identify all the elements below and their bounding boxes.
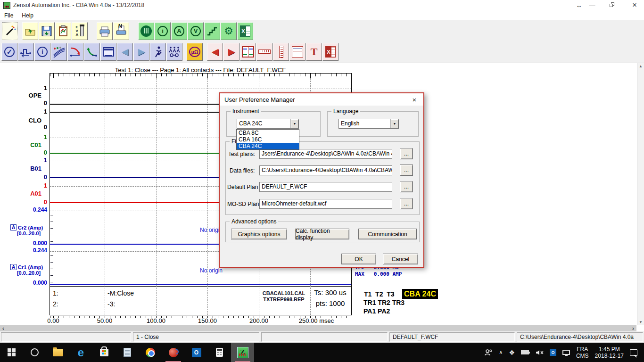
gridline-50ms — [105, 74, 105, 315]
communication-button[interactable]: Communication — [358, 229, 417, 239]
vertical-scrollbar[interactable]: ▲ ▼ — [637, 63, 644, 325]
language-dropdown-arrow[interactable]: ▼ — [390, 119, 398, 128]
outlook-button[interactable]: O — [185, 343, 208, 362]
network-icon[interactable] — [562, 350, 570, 355]
scroll-right-arrow[interactable]: › — [630, 325, 636, 331]
next-test-button[interactable]: ▶ — [133, 43, 149, 61]
dropdown-option-cba8c[interactable]: CBA 8C — [237, 130, 299, 136]
ok-button[interactable]: OK — [341, 254, 376, 264]
instrument-combobox[interactable]: CBA 24C ▼ — [237, 119, 299, 129]
start-button[interactable] — [0, 343, 23, 362]
horizontal-scrollbar[interactable]: ‹ › — [0, 325, 636, 331]
chrome-button[interactable] — [139, 343, 162, 362]
sequence-panel-button[interactable] — [100, 43, 116, 61]
horizontal-ruler-button[interactable] — [256, 43, 272, 61]
export-excel-button[interactable]: X — [237, 22, 253, 40]
dropdown-option-cba24c[interactable]: CBA 24C — [237, 143, 299, 149]
cr2-auto-button[interactable]: A — [10, 224, 17, 230]
magic-wand-button[interactable] — [2, 22, 18, 40]
test-plans-field[interactable]: Jsers\Endurance-4\Desktop\CBAWin 4.0a\CB… — [259, 149, 392, 159]
compare-curves-button[interactable] — [240, 43, 256, 61]
instrument-info-button[interactable]: i — [155, 22, 171, 40]
previous-test-button[interactable]: ◀ — [117, 43, 133, 61]
text-annotation-button[interactable]: T — [306, 43, 322, 61]
default-plan-browse-button[interactable]: ... — [400, 181, 413, 192]
calc-function-display-button[interactable]: Calc. function display — [295, 229, 349, 239]
scroll-up-arrow[interactable]: ▲ — [639, 63, 643, 69]
volume-muted-icon[interactable] — [535, 349, 544, 356]
default-plan-field[interactable]: DEFAULT_F.WCF — [259, 182, 392, 192]
vertical-ruler-button[interactable] — [273, 43, 289, 61]
calculator-button[interactable] — [208, 343, 231, 362]
action-center-icon[interactable] — [630, 349, 637, 356]
voltmeter-button[interactable]: V — [188, 22, 204, 40]
menu-help[interactable]: Help — [17, 11, 38, 20]
info-button[interactable]: i — [34, 43, 50, 61]
minimize-button[interactable]: — — [586, 2, 599, 9]
notepad-button[interactable] — [116, 343, 139, 362]
micro-ohmmeter-button[interactable]: µΩ — [187, 43, 203, 61]
zoom-prev-button[interactable] — [84, 43, 100, 61]
store-button[interactable] — [92, 343, 116, 362]
print-report-button[interactable]: N — [113, 22, 129, 40]
run-test-button[interactable] — [150, 43, 166, 61]
data-files-browse-button[interactable]: ... — [400, 165, 413, 176]
mosd-plan-browse-button[interactable]: ... — [400, 198, 413, 209]
control-panel-button[interactable] — [138, 22, 154, 40]
edge-button[interactable]: e — [69, 343, 92, 362]
red-app-button[interactable] — [162, 343, 185, 362]
eva-button[interactable]: EVA — [72, 22, 88, 40]
c01-label[interactable]: C01 — [8, 141, 41, 148]
tray-chevron-icon[interactable]: ∧ — [499, 349, 503, 355]
clock[interactable]: 1:45 PM2018-12-17 — [595, 346, 624, 359]
outlook-tray-icon[interactable]: O — [550, 349, 556, 356]
ope-label[interactable]: OPE — [8, 92, 41, 99]
back-page-button[interactable]: ◀ — [207, 43, 223, 61]
steps-button[interactable] — [204, 22, 220, 40]
menu-file[interactable]: File — [0, 11, 17, 20]
cbawin-taskbar-button[interactable]: Z — [231, 343, 254, 362]
dialog-close-button[interactable]: × — [409, 95, 420, 104]
run-sequence-button[interactable] — [166, 43, 182, 61]
scroll-down-arrow[interactable]: ▼ — [639, 319, 643, 325]
scroll-left-arrow[interactable]: ‹ — [0, 325, 7, 331]
language-indicator[interactable]: FRACMS — [576, 346, 589, 359]
cortana-button[interactable] — [23, 343, 46, 362]
cr2-label[interactable]: A Cr2 (Amp) — [10, 224, 47, 230]
cancel-button[interactable]: Cancel — [383, 254, 418, 264]
dialog-title[interactable]: User Preference Manager — [220, 93, 423, 106]
resize-icon[interactable]: ↔ — [572, 2, 586, 9]
test-plans-browse-button[interactable]: ... — [400, 148, 413, 159]
battery-icon[interactable] — [521, 350, 529, 354]
validate-button[interactable]: ✓ — [1, 43, 17, 61]
save-button[interactable] — [39, 22, 55, 40]
data-files-field[interactable]: C:\Users\Endurance-4\Desktop\CBAWin 4.0a… — [259, 165, 392, 175]
curves-button[interactable] — [51, 43, 67, 61]
acquisition-button[interactable] — [18, 43, 34, 61]
graph-options-button[interactable] — [289, 43, 305, 61]
language-combobox[interactable]: English ▼ — [339, 119, 399, 129]
zoom-next-button[interactable] — [67, 43, 83, 61]
graphics-options-button[interactable]: Graphics options — [231, 229, 287, 239]
people-icon[interactable] — [484, 349, 493, 356]
print-button[interactable] — [97, 22, 113, 40]
instrument-dropdown-arrow[interactable]: ▼ — [290, 119, 298, 128]
cr1-label[interactable]: A Cr1 (Amp) — [10, 264, 47, 270]
dropbox-icon[interactable]: ❖ — [509, 349, 515, 356]
dropdown-option-cba16c[interactable]: CBA 16C — [237, 136, 299, 143]
restore-button[interactable] — [605, 2, 619, 9]
clo-label[interactable]: CLO — [8, 117, 41, 124]
a01-label[interactable]: A01 — [8, 190, 41, 197]
mosd-plan-field[interactable]: MicroOhmeter-default.wcf — [259, 199, 392, 209]
export-excel-red-button[interactable]: X — [322, 43, 339, 61]
settings-button[interactable]: ⚙ — [221, 22, 237, 40]
forward-page-button[interactable]: ▶ — [223, 43, 239, 61]
file-explorer-button[interactable] — [46, 343, 69, 362]
info-icon: i — [37, 47, 48, 57]
ammeter-button[interactable]: A — [171, 22, 187, 40]
open-file-button[interactable] — [22, 22, 38, 40]
cr1-auto-button[interactable]: A — [10, 264, 17, 270]
test-report-button[interactable] — [55, 22, 71, 40]
close-button[interactable]: × — [628, 0, 641, 10]
b01-label[interactable]: B01 — [8, 165, 41, 172]
